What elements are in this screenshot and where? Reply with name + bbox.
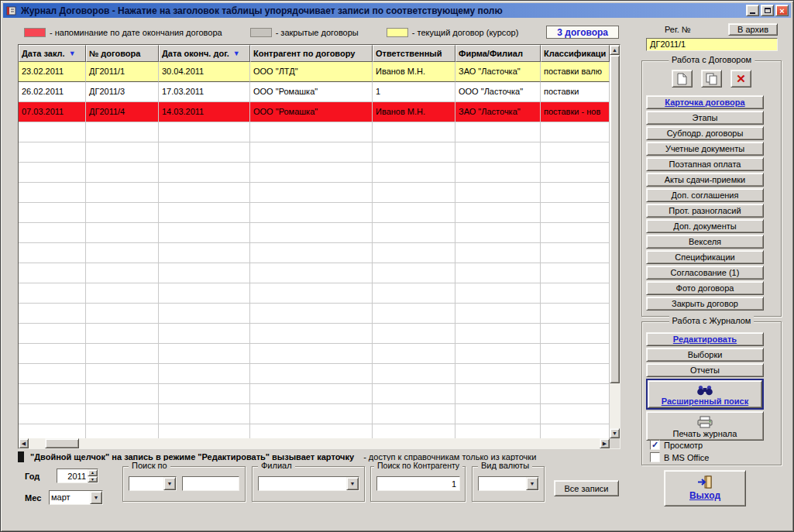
delete-contract-button[interactable]: ✕ xyxy=(730,70,751,88)
table-cell xyxy=(19,344,86,364)
column-header-6[interactable]: Фирма/Филиал xyxy=(455,45,541,62)
chevron-down-icon[interactable]: ▼ xyxy=(90,491,102,504)
vertical-scrollbar[interactable]: ▲ ▼ xyxy=(610,45,620,438)
stages-button[interactable]: Этапы xyxy=(646,111,764,125)
counterparty-input[interactable] xyxy=(376,476,460,491)
checkbox-checked-icon[interactable]: ✓ xyxy=(650,440,660,450)
scroll-left-icon[interactable]: ◀ xyxy=(19,438,29,448)
chevron-down-icon[interactable]: ▼ xyxy=(346,477,359,490)
acceptance-acts-button[interactable]: Акты сдачи-приемки xyxy=(646,173,764,187)
column-header-7[interactable]: Классификаци xyxy=(541,45,610,62)
table-cell xyxy=(86,263,159,283)
search-value-input[interactable] xyxy=(182,476,239,491)
table-cell xyxy=(86,384,159,404)
table-cell: 14.03.2011 xyxy=(159,102,250,122)
table-cell xyxy=(250,163,373,183)
table-cell xyxy=(373,263,455,283)
table-cell xyxy=(541,344,610,364)
scroll-up-icon[interactable]: ▲ xyxy=(610,45,620,55)
copy-document-button[interactable] xyxy=(701,70,722,88)
spin-up-icon[interactable]: ▲ xyxy=(88,469,98,476)
currency-group: Вид валюты ▼ xyxy=(472,466,545,502)
selections-button[interactable]: Выборки xyxy=(646,348,764,362)
column-header-1[interactable]: Дата закл.▼ xyxy=(19,45,86,62)
minimize-button[interactable] xyxy=(746,5,759,16)
spin-down-icon[interactable]: ▼ xyxy=(88,476,98,483)
contract-toolbar: ✕ xyxy=(642,70,781,88)
scroll-right-icon[interactable]: ▶ xyxy=(600,438,610,448)
chevron-down-icon[interactable]: ▼ xyxy=(163,477,176,490)
new-document-icon xyxy=(677,73,687,85)
print-journal-button[interactable]: Печать журнала xyxy=(646,411,764,441)
vertical-scroll-thumb[interactable] xyxy=(610,55,620,383)
reports-button[interactable]: Отчеты xyxy=(646,363,764,377)
hint-marker xyxy=(18,451,24,462)
table-cell xyxy=(455,263,541,283)
branch-group: Филиал ▼ xyxy=(252,466,365,502)
table-row[interactable]: 23.02.2011ДГ2011/130.04.2011ООО "ЛТД"Ива… xyxy=(19,62,610,82)
column-header-2[interactable]: № договора xyxy=(86,45,159,62)
new-document-button[interactable] xyxy=(672,70,693,88)
all-records-button[interactable]: Все записи xyxy=(554,480,619,496)
table-cell xyxy=(455,203,541,223)
table-cell: ООО "Ромашка" xyxy=(250,82,373,102)
column-header-3[interactable]: Дата оконч. дог.▼ xyxy=(159,45,250,62)
column-header-label: Фирма/Филиал xyxy=(459,49,523,58)
table-cell xyxy=(541,384,610,404)
subcontract-agreements-button[interactable]: Субподр. договоры xyxy=(646,126,764,140)
additional-agreements-button[interactable]: Доп. соглашения xyxy=(646,188,764,202)
table-row[interactable]: 07.03.2011ДГ2011/414.03.2011ООО "Ромашка… xyxy=(19,102,610,122)
search-by-group: Поиск по ▼ xyxy=(122,466,246,502)
contract-panel-title: Работа с Договором xyxy=(669,55,754,64)
exit-icon xyxy=(697,475,713,489)
edit-button[interactable]: Редактировать xyxy=(646,332,764,346)
table-cell: 30.04.2011 xyxy=(159,62,250,82)
preview-label: Просмотр xyxy=(664,441,703,450)
table-cell xyxy=(159,304,250,324)
close-contract-button[interactable]: Закрыть договор xyxy=(646,297,764,311)
contract-card-button[interactable]: Карточка договора xyxy=(646,95,764,109)
journal-panel-title: Работа с Журналом xyxy=(669,316,754,325)
table-cell xyxy=(541,424,610,438)
preview-option[interactable]: ✓ Просмотр xyxy=(650,440,703,450)
table-cell xyxy=(373,324,455,344)
month-select[interactable]: март ▼ xyxy=(49,490,103,505)
column-header-5[interactable]: Ответственный xyxy=(373,45,455,62)
exit-button[interactable]: Выход xyxy=(664,470,746,506)
printer-icon xyxy=(696,416,713,428)
table-cell xyxy=(541,263,610,283)
table-row[interactable]: 26.02.2011ДГ2011/317.03.2011ООО "Ромашка… xyxy=(19,82,610,102)
checkbox-unchecked-icon[interactable] xyxy=(650,452,660,462)
currency-select[interactable]: ▼ xyxy=(478,476,539,491)
table-cell xyxy=(373,364,455,384)
archive-button[interactable]: В архив xyxy=(728,23,778,36)
branch-select[interactable]: ▼ xyxy=(258,476,359,491)
table-cell: ООО "Ласточка" xyxy=(455,82,541,102)
table-cell xyxy=(455,163,541,183)
additional-documents-button[interactable]: Доп. документы xyxy=(646,219,764,233)
reg-number-field[interactable]: ДГ2011/1 xyxy=(646,38,778,51)
accounting-documents-button[interactable]: Учетные документы xyxy=(646,142,764,156)
scroll-down-icon[interactable]: ▼ xyxy=(610,428,620,438)
horizontal-scroll-thumb[interactable] xyxy=(45,438,79,448)
approval-button[interactable]: Согласование (1) xyxy=(646,266,764,280)
search-field-select[interactable]: ▼ xyxy=(129,476,177,491)
table-cell xyxy=(159,384,250,404)
branch-group-title: Филиал xyxy=(258,461,295,470)
year-spinner[interactable]: ▲ ▼ xyxy=(57,469,98,483)
maximize-button[interactable] xyxy=(761,5,774,16)
disagreement-protocol-button[interactable]: Прот. разногласий xyxy=(646,204,764,218)
advanced-search-button[interactable]: Расширенный поиск xyxy=(646,379,764,410)
journal-button-list: Редактировать Выборки Отчеты Расширенный… xyxy=(646,332,764,442)
close-button[interactable]: × xyxy=(775,5,789,16)
staged-payment-button[interactable]: Поэтапная оплата xyxy=(646,157,764,171)
contract-photo-button[interactable]: Фото договора xyxy=(646,281,764,295)
bills-button[interactable]: Векселя xyxy=(646,235,764,249)
horizontal-scrollbar[interactable]: ◀ ▶ xyxy=(19,438,610,448)
table-cell xyxy=(455,304,541,324)
column-header-4[interactable]: Контрагент по договору xyxy=(250,45,373,62)
chevron-down-icon[interactable]: ▼ xyxy=(526,477,538,490)
table-cell xyxy=(541,243,610,263)
specifications-button[interactable]: Спецификации xyxy=(646,250,764,264)
msoffice-option[interactable]: В MS Office xyxy=(650,452,709,462)
